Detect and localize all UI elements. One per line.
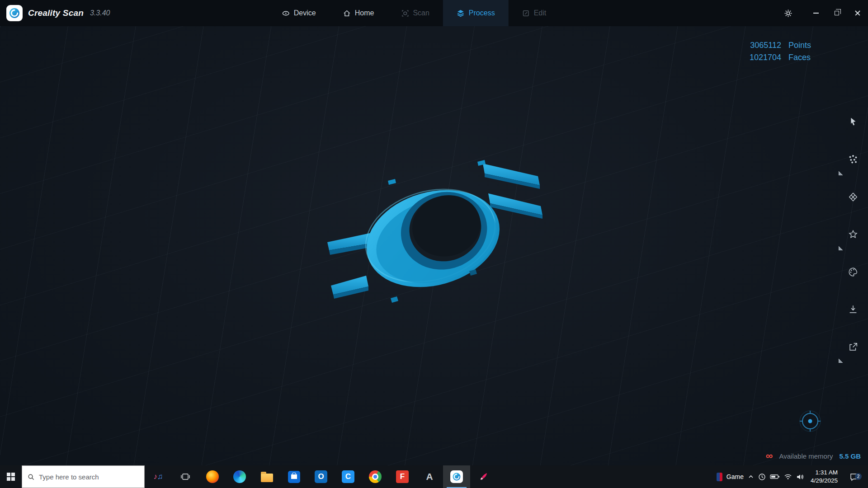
action-center-button[interactable]: 2 [844,472,863,482]
memory-label: Available memory [779,452,833,460]
points-label: Points [788,41,811,50]
taskbar-app-chrome[interactable] [362,465,389,488]
tray-clock-app[interactable] [758,473,766,481]
creality-scan-icon [450,470,463,483]
tab-device-label: Device [294,9,316,17]
creality-mark-icon: ∞ [766,451,773,461]
app-logo-icon [6,5,23,21]
save-download-icon [848,304,859,315]
taskbar-search[interactable] [22,465,145,488]
firefox-icon [206,470,219,483]
flyout-corner-icon [839,171,843,175]
export-tool-button[interactable] [846,340,860,354]
taskbar-app-store[interactable] [280,465,307,488]
faces-label: Faces [788,53,811,62]
points-value: 3065112 [750,41,781,50]
scanned-model-3d[interactable] [325,157,544,318]
clock-datetime[interactable]: 1:31 AM 4/29/2025 [808,469,840,484]
file-explorer-icon [261,474,273,482]
tab-process-label: Process [469,9,495,17]
settings-gear-button[interactable] [778,0,798,26]
tray-time: 1:31 AM [811,469,838,477]
notification-badge: 2 [855,473,862,480]
restore-icon [835,11,839,15]
taskbar-app-file-explorer[interactable] [253,465,280,488]
system-tray: Game 1:31 [717,465,868,488]
view-compass[interactable] [797,408,823,434]
home-icon [343,9,351,17]
search-highlights-icon[interactable]: ♪♫ [145,465,172,488]
taskbar-app-f[interactable]: F [389,465,416,488]
viewport-3d[interactable]: 3065112 Points 1021704 Faces [0,26,868,465]
tab-process[interactable]: Process [443,0,509,26]
autodesk-icon: A [426,471,433,482]
close-icon [854,9,861,17]
c-app-icon: C [342,470,354,483]
wifi-icon [784,474,792,480]
windows-logo-icon [7,473,15,481]
tray-volume[interactable] [796,474,804,480]
tray-network[interactable] [784,474,792,480]
tab-edit-label: Edit [534,9,547,17]
speaker-icon [796,474,804,480]
window-controls [778,0,868,26]
tray-date: 4/29/2025 [811,477,838,485]
close-button[interactable] [847,0,868,26]
mesh-tool-button[interactable] [846,190,860,204]
taskbar-app-edge[interactable] [226,465,253,488]
f-app-icon: F [396,470,409,483]
taskbar-app-paint[interactable] [470,465,497,488]
tab-edit[interactable]: Edit [509,0,560,26]
point-cloud-tool-button[interactable] [846,153,860,166]
taskbar-app-autodesk[interactable]: A [416,465,443,488]
search-input[interactable] [39,473,139,481]
paint-brush-icon [478,471,489,482]
tray-chevron-button[interactable] [748,474,754,480]
process-layers-icon [457,9,465,17]
export-share-icon [848,342,859,352]
taskbar-app-outlook[interactable]: O [307,465,335,488]
mesh-stats: 3065112 Points 1021704 Faces [750,41,811,62]
right-toolbar [846,115,860,354]
task-view-button[interactable] [172,465,199,488]
nba-app-icon[interactable] [717,473,722,481]
nba-logo-icon [717,473,722,481]
select-tool-button[interactable] [846,115,860,129]
app-title: Creality Scan [28,8,84,18]
restore-button[interactable] [826,0,847,26]
app-version: 3.3.40 [90,9,110,17]
main-tabs: Device Home Scan [269,0,560,26]
mesh-icon [848,192,859,202]
texture-palette-icon [848,267,859,277]
scan-icon [401,9,409,17]
hand-select-icon [848,117,859,127]
app-identity: Creality Scan 3.3.40 [0,5,110,21]
creality-scan-window: Creality Scan 3.3.40 Device Home [0,0,868,488]
flyout-corner-icon [839,246,843,250]
start-button[interactable] [0,465,22,488]
point-cloud-icon [848,154,859,165]
tab-device[interactable]: Device [269,0,330,26]
outlook-icon: O [315,470,327,483]
chrome-icon [369,470,382,483]
device-icon [282,9,290,17]
minimize-icon [813,13,819,14]
titlebar: Creality Scan 3.3.40 Device Home [0,0,868,26]
taskbar-app-creality-scan[interactable] [443,465,470,488]
texture-tool-button[interactable] [846,265,860,279]
memory-value: 5.5 GB [839,452,861,460]
save-tool-button[interactable] [846,303,860,316]
tab-home[interactable]: Home [330,0,388,26]
optimize-star-icon [848,229,859,240]
battery-icon [770,474,780,480]
taskbar-app-firefox[interactable] [199,465,226,488]
chevron-up-icon [748,474,754,480]
taskbar-app-code[interactable]: C [335,465,362,488]
tab-scan[interactable]: Scan [387,0,443,26]
tray-battery[interactable] [770,474,780,480]
optimize-tool-button[interactable] [846,228,860,241]
minimize-button[interactable] [806,0,826,26]
microsoft-store-icon [288,471,300,483]
task-view-icon [180,472,190,482]
flyout-corner-icon [839,359,843,363]
